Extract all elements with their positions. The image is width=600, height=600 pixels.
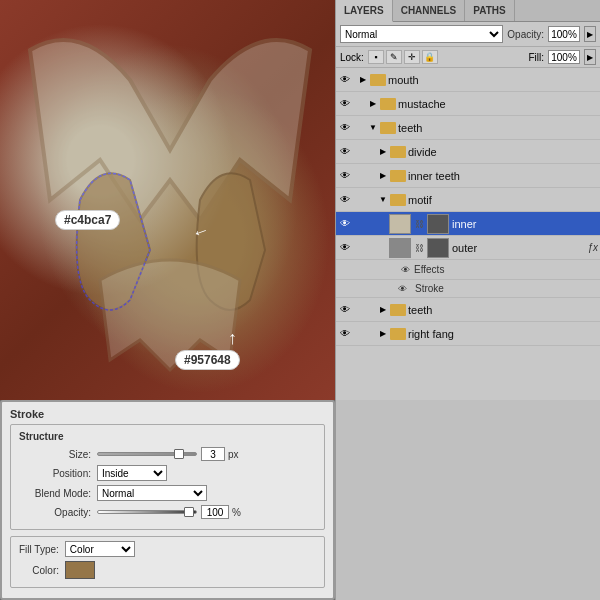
opacity-input[interactable]: [548, 26, 580, 42]
layer-row-inner[interactable]: 👁 ⛓ inner: [336, 212, 600, 236]
fill-type-row: Fill Type: Color Gradient Pattern: [19, 541, 316, 557]
expand-motif[interactable]: ▼: [378, 195, 388, 205]
layer-row-outer[interactable]: 👁 ⛓ outer ƒx: [336, 236, 600, 260]
color-label-c4bca7: #c4bca7: [55, 210, 120, 230]
size-slider[interactable]: [97, 452, 197, 456]
fill-type-label: Fill Type:: [19, 544, 59, 555]
folder-icon-mouth: [370, 74, 386, 86]
size-slider-thumb[interactable]: [174, 449, 184, 459]
layers-list[interactable]: 👁 ▶ mouth 👁 ▶ mustache 👁 ▼ teeth: [336, 68, 600, 400]
size-unit: px: [228, 449, 239, 460]
folder-icon-right-fang: [390, 328, 406, 340]
color-label: Color:: [19, 565, 59, 576]
eye-icon-mustache[interactable]: 👁: [336, 92, 354, 116]
opacity-slider[interactable]: [97, 510, 197, 514]
panel-tabs: LAYERS CHANNELS PATHS: [336, 0, 600, 22]
folder-icon-teeth: [380, 122, 396, 134]
expand-inner-teeth[interactable]: ▶: [378, 171, 388, 181]
stroke-panel: Stroke Structure Size: px Position: Insi…: [0, 400, 335, 600]
eye-icon-outer[interactable]: 👁: [336, 236, 354, 260]
tab-layers[interactable]: LAYERS: [336, 0, 393, 22]
color-swatch[interactable]: [65, 561, 95, 579]
chain-icon-inner: ⛓: [414, 214, 424, 234]
opacity-label: Opacity:: [507, 29, 544, 40]
folder-icon-teeth2: [390, 304, 406, 316]
layer-row-motif[interactable]: 👁 ▼ motif: [336, 188, 600, 212]
folder-icon-inner-teeth: [390, 170, 406, 182]
chain-icon-outer: ⛓: [414, 238, 424, 258]
fill-type-select[interactable]: Color Gradient Pattern: [65, 541, 135, 557]
blend-mode-label: Blend Mode:: [19, 488, 91, 499]
lock-icons: ▪ ✎ ✛ 🔒: [368, 50, 438, 64]
thumb-outer-main: [389, 238, 411, 258]
folder-icon-mustache: [380, 98, 396, 110]
eye-icon-motif[interactable]: 👁: [336, 188, 354, 212]
fill-label: Fill:: [528, 52, 544, 63]
folder-icon-divide: [390, 146, 406, 158]
layer-name-inner: inner: [452, 218, 598, 230]
stroke-row: 👁 Stroke: [336, 280, 600, 298]
eye-icon-teeth[interactable]: 👁: [336, 116, 354, 140]
expand-mouth[interactable]: ▶: [358, 75, 368, 85]
eye-icon-divide[interactable]: 👁: [336, 140, 354, 164]
expand-teeth2[interactable]: ▶: [378, 305, 388, 315]
layers-panel: LAYERS CHANNELS PATHS Normal Opacity: ▶ …: [335, 0, 600, 400]
eye-icon-inner-teeth[interactable]: 👁: [336, 164, 354, 188]
lock-all-icon[interactable]: 🔒: [422, 50, 438, 64]
layer-row-mouth[interactable]: 👁 ▶ mouth: [336, 68, 600, 92]
expand-divide[interactable]: ▶: [378, 147, 388, 157]
fill-arrow[interactable]: ▶: [584, 49, 596, 65]
panel-toolbar: Normal Opacity: ▶: [336, 22, 600, 47]
opacity-slider-thumb[interactable]: [184, 507, 194, 517]
expand-teeth[interactable]: ▼: [368, 123, 378, 133]
opacity-value-input[interactable]: [201, 505, 229, 519]
eye-icon-teeth2[interactable]: 👁: [336, 298, 354, 322]
position-label: Position:: [19, 468, 91, 479]
blend-mode-row: Blend Mode: Normal Multiply Screen: [19, 485, 316, 501]
position-select[interactable]: Inside Outside Center: [97, 465, 167, 481]
lock-pixels-icon[interactable]: ✎: [386, 50, 402, 64]
eye-icon-right-fang[interactable]: 👁: [336, 322, 354, 346]
fx-icon-outer: ƒx: [587, 242, 598, 253]
color-row: Color:: [19, 561, 316, 579]
layer-row-inner-teeth[interactable]: 👁 ▶ inner teeth: [336, 164, 600, 188]
layer-name-right-fang: right fang: [408, 328, 598, 340]
canvas-area: #c4bca7 → #957648 ↑: [0, 0, 335, 400]
size-row: Size: px: [19, 447, 316, 461]
color-label-957648: #957648: [175, 350, 240, 370]
eye-icon-mouth[interactable]: 👁: [336, 68, 354, 92]
blend-mode-select[interactable]: Normal: [340, 25, 503, 43]
stroke-blend-select[interactable]: Normal Multiply Screen: [97, 485, 207, 501]
layer-name-mouth: mouth: [388, 74, 598, 86]
stroke-label: Stroke: [415, 283, 444, 294]
arrow-957648: ↑: [228, 328, 237, 349]
size-value-input[interactable]: [201, 447, 225, 461]
layer-row-teeth[interactable]: 👁 ▼ teeth: [336, 116, 600, 140]
folder-icon-motif: [390, 194, 406, 206]
layer-name-inner-teeth: inner teeth: [408, 170, 598, 182]
layer-name-teeth: teeth: [398, 122, 598, 134]
expand-mustache[interactable]: ▶: [368, 99, 378, 109]
layer-row-teeth2[interactable]: 👁 ▶ teeth: [336, 298, 600, 322]
opacity-arrow[interactable]: ▶: [584, 26, 596, 42]
fill-type-group: Fill Type: Color Gradient Pattern Color:: [10, 536, 325, 588]
thumb-outer-mask: [427, 238, 449, 258]
bottom-right-area: [335, 400, 600, 600]
lock-position-icon[interactable]: ✛: [404, 50, 420, 64]
lock-transparent-icon[interactable]: ▪: [368, 50, 384, 64]
layer-row-divide[interactable]: 👁 ▶ divide: [336, 140, 600, 164]
eye-icon-stroke[interactable]: 👁: [393, 277, 411, 301]
effects-row: 👁 Effects: [336, 260, 600, 280]
eye-icon-inner[interactable]: 👁: [336, 212, 354, 236]
layer-name-teeth2: teeth: [408, 304, 598, 316]
layer-row-mustache[interactable]: 👁 ▶ mustache: [336, 92, 600, 116]
size-label: Size:: [19, 449, 91, 460]
tab-channels[interactable]: CHANNELS: [393, 0, 466, 21]
layer-name-motif: motif: [408, 194, 598, 206]
fill-input[interactable]: [548, 50, 580, 64]
expand-right-fang[interactable]: ▶: [378, 329, 388, 339]
opacity-label-stroke: Opacity:: [19, 507, 91, 518]
tab-paths[interactable]: PATHS: [465, 0, 514, 21]
layer-row-right-fang[interactable]: 👁 ▶ right fang: [336, 322, 600, 346]
structure-group: Structure Size: px Position: Inside Outs…: [10, 424, 325, 530]
